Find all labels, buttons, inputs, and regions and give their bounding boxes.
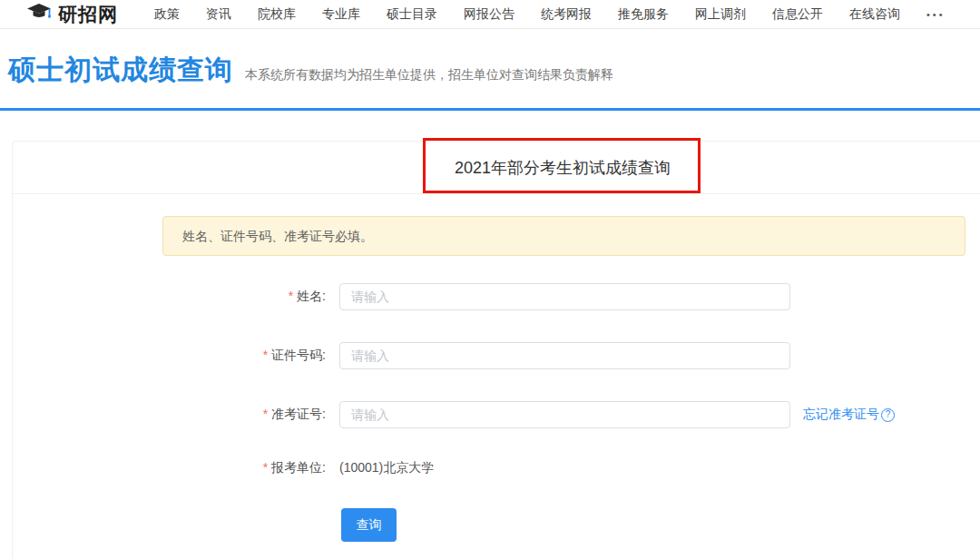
form-row-id-number: *证件号码: — [13, 342, 980, 369]
page-header: 硕士初试成绩查询 本系统所有数据均为招生单位提供，招生单位对查询结果负责解释 — [0, 29, 980, 108]
nav-item-unified-exam[interactable]: 统考网报 — [541, 6, 592, 23]
query-button[interactable]: 查询 — [341, 508, 397, 542]
nav-item-info-public[interactable]: 信息公开 — [772, 6, 823, 23]
id-number-label-text: 证件号码: — [271, 348, 326, 362]
panel-header: 2021年部分考生初试成绩查询 — [13, 142, 980, 194]
id-number-input[interactable] — [339, 342, 790, 369]
nav-item-online-notice[interactable]: 网报公告 — [464, 6, 514, 23]
admission-ticket-input[interactable] — [339, 401, 790, 428]
nav-item-online-consult[interactable]: 在线咨询 — [849, 6, 900, 23]
required-asterisk: * — [263, 460, 268, 475]
top-navbar: 研招网 政策 资讯 院校库 专业库 硕士目录 网报公告 统考网报 推免服务 网上… — [0, 0, 980, 29]
target-university-label: *报考单位: — [13, 460, 326, 476]
page-title: 硕士初试成绩查询 — [8, 52, 233, 89]
id-number-label: *证件号码: — [13, 348, 326, 364]
site-logo-text: 研招网 — [58, 2, 118, 27]
more-menu-icon[interactable]: ••• — [926, 9, 946, 20]
help-question-icon[interactable]: ? — [881, 408, 895, 422]
nav-item-major-库[interactable]: 专业库 — [322, 6, 360, 23]
form-row-name: *姓名: — [13, 283, 980, 310]
nav-item-online-adjust[interactable]: 网上调剂 — [695, 6, 746, 23]
name-label: *姓名: — [13, 289, 326, 305]
forgot-ticket-link-text: 忘记准考证号 — [803, 407, 879, 423]
nav-item-college-库[interactable]: 院校库 — [258, 6, 296, 23]
nav-item-news[interactable]: 资讯 — [206, 6, 231, 23]
target-university-value: (10001)北京大学 — [339, 460, 434, 476]
required-asterisk: * — [263, 407, 268, 421]
submit-row: 查询 — [341, 508, 980, 542]
form-row-target-university: *报考单位: (10001)北京大学 — [13, 460, 980, 476]
form-row-admission-ticket: *准考证号: 忘记准考证号 ? — [13, 401, 980, 428]
name-label-text: 姓名: — [297, 289, 326, 303]
name-input[interactable] — [339, 283, 790, 310]
nav-menu: 政策 资讯 院校库 专业库 硕士目录 网报公告 统考网报 推免服务 网上调剂 信… — [154, 6, 900, 23]
required-asterisk: * — [263, 348, 268, 362]
graduation-cap-icon — [27, 4, 52, 25]
required-asterisk: * — [289, 289, 293, 303]
query-panel: 2021年部分考生初试成绩查询 姓名、证件号码、准考证号必填。 *姓名: *证件… — [12, 141, 980, 559]
admission-ticket-label-text: 准考证号: — [271, 407, 326, 421]
nav-item-master-catalog[interactable]: 硕士目录 — [387, 6, 437, 23]
nav-item-policy[interactable]: 政策 — [154, 6, 180, 23]
required-notice-alert: 姓名、证件号码、准考证号必填。 — [162, 216, 965, 256]
page-subtitle: 本系统所有数据均为招生单位提供，招生单位对查询结果负责解释 — [245, 67, 613, 83]
nav-item-exempt-service[interactable]: 推免服务 — [618, 6, 669, 23]
forgot-ticket-link[interactable]: 忘记准考证号 ? — [803, 407, 895, 423]
main-content: 2021年部分考生初试成绩查询 姓名、证件号码、准考证号必填。 *姓名: *证件… — [0, 111, 980, 559]
admission-ticket-label: *准考证号: — [13, 407, 326, 423]
target-university-label-text: 报考单位: — [271, 460, 326, 475]
site-logo[interactable]: 研招网 — [27, 2, 118, 27]
panel-title: 2021年部分考生初试成绩查询 — [455, 157, 671, 179]
